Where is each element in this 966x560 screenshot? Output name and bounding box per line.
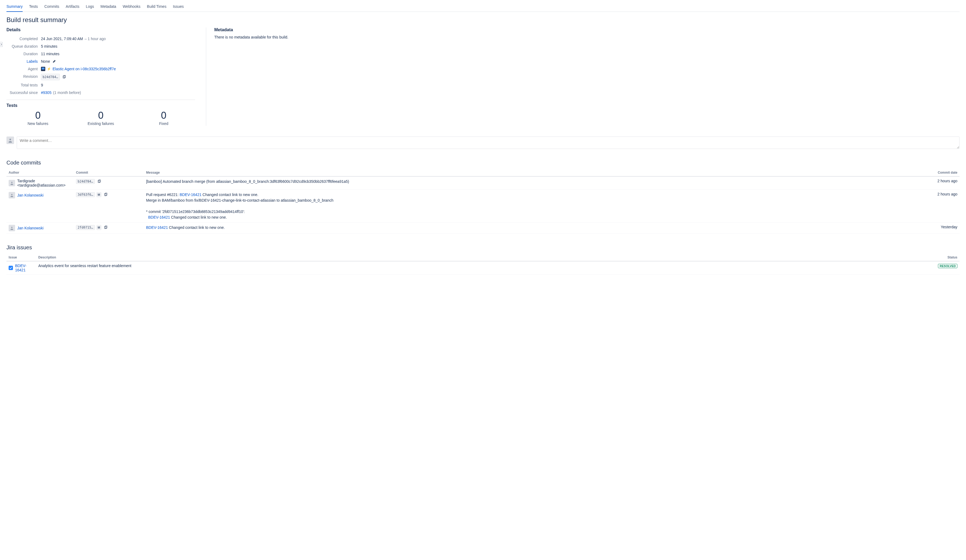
duration-value: 11 minutes [41,51,195,57]
commit-message-pre: Pull request #6221: [146,193,180,197]
comment-input[interactable] [17,136,959,149]
label-duration: Duration [7,51,41,57]
label-agent: Agent [7,66,41,72]
commits-heading: Code commits [7,160,959,166]
existing-failures-count: 0 [69,111,132,120]
total-tests-value: 9 [41,82,195,88]
commit-message-extra3-post: Changed contact link to new one. [170,215,227,219]
col-commit: Commit [74,169,144,176]
current-user-avatar [7,136,14,144]
labels-value: None [41,59,50,64]
tab-summary[interactable]: Summary [7,3,23,12]
svg-point-2 [10,139,11,140]
fixed-label: Fixed [132,121,195,126]
tab-issues[interactable]: Issues [173,3,184,11]
tab-tests[interactable]: Tests [29,3,38,11]
completed-datetime: 24 Jun 2021, 7:09:40 AM [41,36,83,41]
commit-issue-link[interactable]: BDEV-16421 [146,225,168,230]
author-name: Tardigrade <tardigrade@atlassian.com> [17,179,72,187]
svg-point-9 [12,227,13,228]
table-row: BDEV-16421 Analytics event for seamless … [7,261,959,275]
metadata-empty-text: There is no metadata available for this … [214,35,959,39]
tab-metadata[interactable]: Metadata [100,3,116,11]
commit-message: [bamboo] Automated branch merge (from at… [146,179,349,183]
tab-artifacts[interactable]: Artifacts [66,3,79,11]
commit-message-post: Changed contact link to new one. [201,193,258,197]
label-successful-since: Successful since [7,90,41,95]
fixed-count: 0 [132,111,195,120]
copy-revision-icon[interactable] [61,74,67,80]
commit-message-extra2: * commit '2fd071511e236b73ddb8853c21349a… [146,210,245,214]
commit-hash[interactable]: b24d784… [76,179,95,184]
edit-labels-icon[interactable] [51,59,57,64]
tab-build-times[interactable]: Build Times [147,3,166,11]
status-badge: RESOLVED [938,264,958,268]
label-completed: Completed [7,36,41,41]
commit-issue-link[interactable]: BDEV-16421 [148,215,170,219]
commit-date: 2 hours ago [927,190,959,223]
commit-date: 2 hours ago [927,176,959,190]
existing-failures-label: Existing failures [69,121,132,126]
tab-webhooks[interactable]: Webhooks [123,3,140,11]
tab-commits[interactable]: Commits [44,3,59,11]
commit-message-post: Changed contact link to new one. [168,225,225,230]
commit-hash[interactable]: 2fd0715… [76,225,95,230]
label-revision: Revision [7,74,41,80]
commit-hash[interactable]: 3df63f6… [76,192,95,197]
jira-table: Issue Description Status BDEV-16421 Anal… [7,254,959,275]
copy-commit-icon[interactable] [103,225,108,230]
copy-commit-icon[interactable] [103,192,108,197]
sidebar-expand-handle[interactable] [0,42,3,47]
author-avatar [8,192,15,198]
tab-bar: Summary Tests Commits Artifacts Logs Met… [7,0,959,12]
svg-point-6 [12,194,13,195]
jira-heading: Jira issues [7,244,959,251]
table-row: Tardigrade <tardigrade@atlassian.com> b2… [7,176,959,190]
jira-issue-description: Analytics event for seamless restart fea… [36,261,933,275]
successful-since-link[interactable]: #9305 [41,90,51,95]
merge-badge: M [97,192,101,197]
new-failures-count: 0 [7,111,69,120]
agent-link[interactable]: Elastic Agent on i-08c3325c356b2ff7e [53,66,116,72]
page-title: Build result summary [7,16,959,24]
merge-badge: M [97,225,101,230]
issue-type-icon [8,266,13,270]
tests-heading: Tests [7,103,195,108]
successful-since-relative: (1 month before) [53,90,81,95]
jira-issue-link[interactable]: BDEV-16421 [15,264,34,272]
col-issue: Issue [7,254,36,261]
completed-relative: – 1 hour ago [85,36,106,41]
table-row: Jan Kolanowski 3df63f6… M Pull request #… [7,190,959,223]
label-labels[interactable]: Labels [7,59,41,64]
copy-commit-icon[interactable] [97,179,102,184]
author-avatar [8,180,15,186]
col-description: Description [36,254,933,261]
commit-date: Yesterday [927,223,959,234]
commits-table: Author Commit Message Commit date Tardig… [7,169,959,234]
elastic-icon: ⚡ [47,66,51,72]
col-commit-date: Commit date [927,169,959,176]
author-name[interactable]: Jan Kolanowski [17,226,43,230]
svg-point-3 [12,182,13,183]
metadata-heading: Metadata [214,28,959,32]
commit-message-extra1: Merge in BAM/bamboo from fix/BDEV-16421-… [146,198,334,203]
col-message: Message [144,169,927,176]
col-status: Status [933,254,959,261]
author-name[interactable]: Jan Kolanowski [17,193,43,197]
label-queue-duration: Queue duration [7,44,41,49]
details-heading: Details [7,28,195,32]
label-total-tests: Total tests [7,82,41,88]
author-avatar [8,225,15,231]
agent-type-icon [41,67,45,71]
queue-duration-value: 5 minutes [41,44,195,49]
commit-issue-link[interactable]: BDEV-16421 [180,193,202,197]
col-author: Author [7,169,74,176]
tab-logs[interactable]: Logs [86,3,94,11]
new-failures-label: New failures [7,121,69,126]
revision-hash[interactable]: b24d784… [41,74,60,80]
table-row: Jan Kolanowski 2fd0715… M BDEV-16421 Cha… [7,223,959,234]
